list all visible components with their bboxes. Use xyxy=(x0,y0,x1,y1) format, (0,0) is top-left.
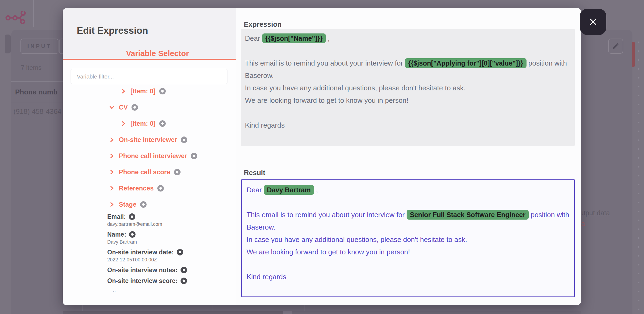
row-divider xyxy=(11,102,63,102)
text-segment: , xyxy=(314,186,318,194)
text-segment: In case you have any additional question… xyxy=(247,236,467,244)
text-line: This email is to remind you about your i… xyxy=(245,57,570,69)
tree-item-on-site-interviewer[interactable]: On-site interviewer xyxy=(63,132,236,148)
text-line: Dear Davy Bartram , xyxy=(247,184,569,196)
chevron-right-icon[interactable] xyxy=(109,169,115,175)
text-line: Kind regards xyxy=(245,119,570,131)
panel-handle xyxy=(5,35,11,53)
text-segment: We are looking forward to get to know yo… xyxy=(245,96,408,104)
tree-item-stage[interactable]: Stage xyxy=(63,196,236,213)
select-variable-icon[interactable] xyxy=(181,267,187,273)
result-heading: Result xyxy=(244,169,265,177)
tree-item-label: Phone call interviewer xyxy=(119,152,187,160)
chevron-right-icon[interactable] xyxy=(121,121,126,126)
text-line: Dear {{$json["Name"]}} , xyxy=(245,32,570,45)
table-row-strip xyxy=(63,311,283,314)
select-variable-icon[interactable] xyxy=(129,213,135,220)
select-variable-icon[interactable] xyxy=(131,104,138,111)
text-segment: In case you have any additional question… xyxy=(245,84,466,92)
expression-panel: Expression Dear {{$json["Name"]}} , This… xyxy=(236,8,581,305)
select-variable-icon[interactable] xyxy=(129,231,136,238)
input-tab: INPUT xyxy=(20,39,58,54)
workflow-logo-icon xyxy=(5,9,27,24)
text-line: This email is to remind you about your i… xyxy=(247,209,569,221)
tree-item-item-0[interactable]: [Item: 0] xyxy=(63,115,236,132)
select-variable-icon[interactable] xyxy=(140,201,147,208)
select-variable-icon[interactable] xyxy=(181,278,187,284)
tab-variable-selector[interactable]: Variable Selector xyxy=(79,49,236,58)
text-line xyxy=(247,258,569,271)
chevron-right-icon[interactable] xyxy=(109,202,115,207)
tree-field-label: Email: xyxy=(107,213,126,220)
expression-editor[interactable]: Dear {{$json["Name"]}} , This email is t… xyxy=(241,29,575,146)
close-button[interactable] xyxy=(580,9,606,35)
tree-field-value: Davy Bartram xyxy=(63,238,236,245)
tree-item-label: On-site interviewer xyxy=(119,136,177,144)
tree-field-label: On-site interview notes: xyxy=(107,267,178,274)
row-divider xyxy=(11,81,63,82)
output-data-text: utput data xyxy=(580,209,610,217)
tree-item-label: Phone call score xyxy=(119,168,170,176)
select-variable-icon[interactable] xyxy=(174,169,181,175)
text-segment: We are looking forward to get to know yo… xyxy=(247,248,410,256)
edit-expression-modal: Edit Expression Variable Selector [Item:… xyxy=(63,8,581,305)
chevron-right-icon[interactable] xyxy=(109,137,115,142)
field-spacer xyxy=(63,285,236,288)
text-line: In case you have any additional question… xyxy=(245,82,570,94)
text-line: In case you have any additional question… xyxy=(247,233,569,246)
variable-selector-header: Edit Expression Variable Selector xyxy=(63,8,236,60)
tree-field-on-site-interview-notes[interactable]: On-site interview notes: xyxy=(63,266,236,274)
tree-item-phone-call-score[interactable]: Phone call score xyxy=(63,164,236,180)
pencil-icon xyxy=(612,43,619,50)
phone-cell: (918) 458-4364 xyxy=(13,107,65,116)
chevron-right-icon[interactable] xyxy=(121,88,126,94)
text-line: We are looking forward to get to know yo… xyxy=(245,94,570,107)
select-variable-icon[interactable] xyxy=(159,120,166,127)
tree-item-label: [Item: 0] xyxy=(130,120,155,127)
variable-tree: [Item: 0]CV[Item: 0]On-site interviewerP… xyxy=(63,83,236,305)
modal-title: Edit Expression xyxy=(77,25,148,36)
items-count: 7 items xyxy=(21,64,41,71)
select-variable-icon[interactable] xyxy=(157,185,164,192)
expression-variable-chip: {{$json["Applying for"][0]["value"]}} xyxy=(405,58,527,68)
tree-field-value: davy.bartram@email.com xyxy=(63,221,236,228)
tree-item-references[interactable]: References xyxy=(63,180,236,196)
text-segment: Kind regards xyxy=(247,273,286,281)
text-segment: Kind regards xyxy=(245,121,285,129)
truncated-marker: .. xyxy=(63,288,236,293)
chevron-right-icon[interactable] xyxy=(109,186,115,191)
tree-field-label: Name: xyxy=(107,231,126,238)
variable-filter-input[interactable] xyxy=(71,69,227,84)
tree-field-email[interactable]: Email: xyxy=(63,213,236,221)
result-view: Dear Davy Bartram , This email is to rem… xyxy=(241,179,575,297)
tree-item-label: [Item: 0] xyxy=(130,87,155,95)
canvas-dot-grid xyxy=(633,35,644,314)
text-line xyxy=(245,45,570,57)
edit-node-button xyxy=(608,39,623,54)
close-icon xyxy=(587,16,599,28)
text-line xyxy=(245,107,570,119)
select-variable-icon[interactable] xyxy=(177,249,183,255)
chevron-right-icon[interactable] xyxy=(109,153,115,159)
text-line xyxy=(247,196,569,209)
select-variable-icon[interactable] xyxy=(191,153,197,159)
tree-item-cv[interactable]: CV xyxy=(63,99,236,115)
text-segment: , xyxy=(326,34,330,42)
tree-item-phone-call-interviewer[interactable]: Phone call interviewer xyxy=(63,148,236,164)
tree-field-name[interactable]: Name: xyxy=(63,230,236,238)
text-line: Kind regards xyxy=(247,271,569,283)
tree-field-on-site-interview-date[interactable]: On-site interview date: xyxy=(63,248,236,256)
text-segment: Dear xyxy=(245,34,262,42)
text-segment: Baserow. xyxy=(245,71,274,80)
table-row-strip xyxy=(292,311,581,314)
tree-field-label: On-site interview score: xyxy=(107,277,178,285)
select-variable-icon[interactable] xyxy=(181,136,187,143)
tree-item-item-0[interactable]: [Item: 0] xyxy=(63,83,236,99)
tree-item-label: CV xyxy=(119,104,128,111)
select-variable-icon[interactable] xyxy=(159,88,166,94)
text-segment: Baserow. xyxy=(247,223,275,231)
text-segment: position with xyxy=(527,59,567,67)
result-value-chip: Senior Full Stack Software Engineer xyxy=(407,210,529,220)
tree-field-on-site-interview-score[interactable]: On-site interview score: xyxy=(63,277,236,285)
chevron-down-icon[interactable] xyxy=(109,105,115,110)
